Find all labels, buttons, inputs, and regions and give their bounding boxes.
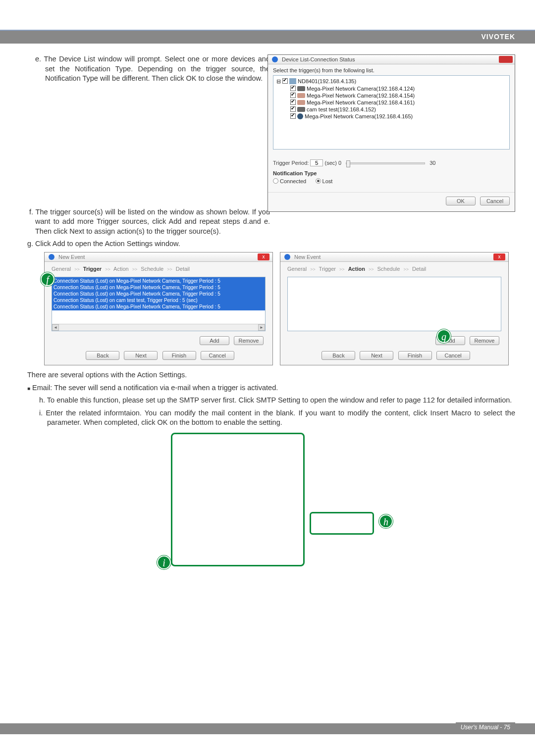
next-button[interactable]: Next: [360, 351, 393, 360]
crumb-action[interactable]: Action: [348, 266, 365, 272]
window-title-text: New Event: [58, 254, 85, 260]
camera-icon: [297, 86, 305, 91]
tree-item[interactable]: cam test test(192.168.4.152): [276, 106, 506, 113]
trigger-period-input[interactable]: [310, 159, 323, 166]
crumb-schedule[interactable]: Schedule: [377, 266, 400, 272]
trigger-period-slider[interactable]: [346, 162, 425, 164]
crumb-trigger[interactable]: Trigger: [83, 266, 102, 272]
wizard-buttons: Back Next Finish Cancel: [45, 349, 272, 365]
remove-button[interactable]: Remove: [470, 336, 499, 345]
list-item[interactable]: Connection Status (Lost) on Mega-Pixel N…: [54, 284, 264, 291]
window-title-text: Device List-Connection Status: [282, 56, 355, 62]
crumb-sep: >>: [367, 267, 376, 272]
list-item[interactable]: Connection Status (Lost) on cam test tes…: [54, 297, 264, 303]
scroll-left-icon[interactable]: ◄: [52, 324, 59, 331]
device-tree[interactable]: ⊟ ND8401(192.168.4.135) Mega-Pixel Netwo…: [273, 75, 510, 150]
list-item[interactable]: Connection Status (Lost) on Mega-Pixel N…: [54, 291, 264, 297]
tree-item-label: Mega-Pixel Network Camera(192.168.4.165): [305, 113, 413, 119]
tree-root-label: ND8401(192.168.4.135): [298, 78, 356, 84]
header-bar: VIVOTEK: [0, 30, 535, 44]
cancel-button[interactable]: Cancel: [436, 351, 470, 360]
crumb-sep: >>: [308, 267, 318, 272]
brand-label: VIVOTEK: [482, 33, 515, 41]
ok-button[interactable]: OK: [446, 197, 476, 205]
tree-item-label: Mega-Pixel Network Camera(192.168.4.161): [307, 100, 415, 105]
add-button[interactable]: Add: [200, 336, 229, 345]
device-list-buttons: OK Cancel: [268, 192, 515, 208]
window-title: New Event x: [45, 252, 272, 262]
list-item[interactable]: Connection Status (Lost) on Mega-Pixel N…: [54, 303, 264, 310]
email-bullet: ■ Email: The sever will send a notificat…: [27, 383, 515, 393]
checkbox[interactable]: [290, 93, 296, 98]
notification-type-radios: Connected Lost: [273, 178, 510, 184]
checkbox[interactable]: [290, 113, 296, 119]
footer-text: User's Manual - 75: [456, 722, 515, 732]
footer-bar: [0, 723, 535, 734]
callout-rect-main: [171, 433, 305, 566]
trigger-period-label: Trigger Period:: [273, 160, 309, 166]
slider-min: 0: [338, 160, 341, 166]
lower-text-block: There are several options with the Actio…: [27, 370, 515, 428]
finish-button[interactable]: Finish: [162, 351, 196, 360]
tree-item[interactable]: Mega-Pixel Network Camera(192.168.4.165): [276, 113, 506, 120]
finish-button[interactable]: Finish: [398, 351, 432, 360]
radio-lost[interactable]: [316, 178, 321, 184]
action-intro-text: There are several options with the Actio…: [27, 370, 515, 380]
crumb-sep: >>: [72, 267, 82, 272]
tree-item[interactable]: Mega-Pixel Network Camera(192.168.4.124): [276, 85, 506, 92]
step-f-text: f. The trigger source(s) will be listed …: [27, 207, 270, 237]
camera-icon: [297, 100, 305, 105]
scroll-right-icon[interactable]: ►: [258, 324, 265, 331]
dome-camera-icon: [297, 113, 303, 119]
checkbox[interactable]: [290, 86, 296, 91]
crumb-action[interactable]: Action: [113, 266, 129, 272]
wizard-buttons: Back Next Finish Cancel: [280, 349, 508, 365]
radio-connected[interactable]: [273, 178, 278, 184]
crumb-general[interactable]: General: [52, 266, 71, 272]
device-list-body: Select the trigger(s) from the following…: [268, 64, 515, 187]
back-button[interactable]: Back: [86, 351, 119, 360]
cancel-button[interactable]: Cancel: [201, 351, 234, 360]
trigger-list[interactable]: Connection Status (Lost) on Mega-Pixel N…: [52, 277, 266, 331]
step-e-text: e. The Device List window will prompt. S…: [27, 54, 270, 84]
horizontal-scrollbar[interactable]: ◄ ►: [52, 324, 265, 331]
step-i-text: i. Enter the related informtaion. You ca…: [27, 408, 515, 428]
event-windows-row: New Event x General >> Trigger >> Action…: [44, 252, 515, 365]
tree-item-label: Mega-Pixel Network Camera(192.168.4.124): [307, 86, 415, 92]
close-icon[interactable]: x: [493, 253, 505, 260]
next-button[interactable]: Next: [124, 351, 158, 360]
bullet-icon: ■: [27, 386, 30, 391]
close-icon[interactable]: x: [258, 253, 269, 260]
tree-item[interactable]: Mega-Pixel Network Camera(192.168.4.154): [276, 92, 506, 99]
new-event-trigger-window: New Event x General >> Trigger >> Action…: [44, 252, 273, 365]
callout-badge-f: f: [41, 272, 54, 286]
camera-icon: [297, 93, 305, 98]
crumb-sep: >>: [337, 267, 347, 272]
callout-badge-i: i: [157, 555, 171, 569]
tree-item[interactable]: Mega-Pixel Network Camera(192.168.4.161): [276, 99, 506, 106]
crumb-detail[interactable]: Detail: [412, 266, 426, 272]
breadcrumb: General >> Trigger >> Action >> Schedule…: [280, 262, 508, 276]
crumb-detail[interactable]: Detail: [176, 266, 190, 272]
tree-root[interactable]: ⊟ ND8401(192.168.4.135): [276, 78, 506, 85]
back-button[interactable]: Back: [321, 351, 355, 360]
trigger-list-selection: Connection Status (Lost) on Mega-Pixel N…: [52, 277, 265, 310]
list-item[interactable]: Connection Status (Lost) on Mega-Pixel N…: [54, 278, 264, 284]
close-icon[interactable]: [499, 56, 513, 63]
radio-lost-label: Lost: [322, 178, 333, 184]
list-buttons: Add Remove: [280, 332, 508, 349]
slider-thumb[interactable]: [346, 160, 350, 167]
cancel-button[interactable]: Cancel: [480, 197, 510, 205]
checkbox[interactable]: [282, 78, 288, 84]
crumb-schedule[interactable]: Schedule: [141, 266, 163, 272]
remove-button[interactable]: Remove: [234, 336, 264, 345]
trigger-period-unit: (sec): [324, 160, 336, 166]
crumb-general[interactable]: General: [287, 266, 307, 272]
step-h-text: h. To enable this function, please set u…: [27, 396, 515, 405]
crumb-trigger[interactable]: Trigger: [319, 266, 336, 272]
email-bullet-text: Email: The sever will send a notificatio…: [32, 384, 278, 392]
checkbox[interactable]: [290, 106, 296, 112]
checkbox[interactable]: [290, 100, 296, 105]
action-list[interactable]: [287, 277, 501, 331]
crumb-sep: >>: [130, 267, 140, 272]
